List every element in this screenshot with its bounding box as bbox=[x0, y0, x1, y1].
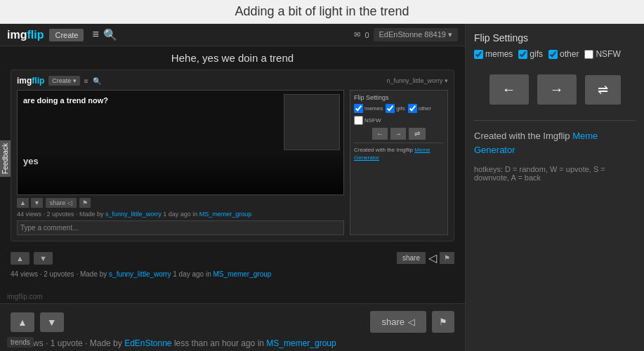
trends-tag[interactable]: trends bbox=[7, 337, 34, 347]
inner-vote-buttons: ▲ ▼ bbox=[17, 198, 43, 208]
share-triangle-icon: ◁ bbox=[408, 317, 415, 327]
post-actions-row: ▲ ▼ share ◁ ⚑ bbox=[11, 249, 454, 267]
notification-count: 0 bbox=[364, 31, 369, 39]
inner-user-info: n_funny_little_worry ▾ bbox=[386, 77, 448, 84]
page-title: Adding a bit of light in the trend bbox=[0, 0, 644, 24]
bottom-bar: ▲ ▼ share ◁ ⚑ 19 views · 1 upvote · Made… bbox=[0, 303, 465, 351]
share-area: share ◁ ⚑ bbox=[397, 251, 454, 265]
inner-flip-settings-title: Flip Settings bbox=[354, 94, 444, 101]
inner-shuffle-btn[interactable]: ⇌ bbox=[409, 128, 426, 140]
author-link[interactable]: s_funny_little_worry bbox=[109, 270, 171, 278]
inner-meme-image: are doing a trend now? yes bbox=[17, 90, 344, 195]
flip-cb-memes: memes bbox=[474, 49, 513, 59]
bottom-downvote-btn[interactable]: ▼ bbox=[40, 312, 64, 332]
inner-cb-other-input[interactable] bbox=[408, 104, 417, 113]
inner-upvote-btn[interactable]: ▲ bbox=[17, 198, 29, 208]
inner-screenshot-thumbnail bbox=[284, 94, 340, 150]
inner-author-link[interactable]: s_funny_little_worry bbox=[105, 211, 162, 218]
bottom-meta: 19 views · 1 upvote · Made by EdEnStonne… bbox=[11, 338, 454, 348]
flip-cb-nsfw: NSFW bbox=[584, 49, 620, 59]
inner-post-meta: 44 views · 2 upvotes · Made by s_funny_l… bbox=[17, 211, 344, 218]
inner-prev-btn[interactable]: ← bbox=[372, 128, 388, 140]
flip-checkboxes: memes gifs other NSFW bbox=[474, 49, 636, 59]
bottom-actions: ▲ ▼ share ◁ ⚑ bbox=[11, 311, 454, 333]
bottom-upvote-btn[interactable]: ▲ bbox=[11, 312, 34, 332]
feedback-tab[interactable]: Feedback bbox=[0, 140, 11, 177]
bottom-group-link[interactable]: MS_memer_group bbox=[266, 338, 336, 348]
flip-cb-other-input[interactable] bbox=[548, 50, 558, 59]
post-meta: 44 views · 2 upvotes · Made by s_funny_l… bbox=[11, 267, 454, 281]
flip-cb-other: other bbox=[548, 49, 579, 59]
inner-search-icon[interactable]: 🔍 bbox=[93, 77, 101, 85]
watermark: imgflip.com bbox=[7, 293, 43, 300]
nav-right: ✉ 0 EdEnStonne 88419 ▾ bbox=[354, 28, 458, 41]
inner-divider bbox=[354, 143, 444, 143]
inner-cb-nsfw-input[interactable] bbox=[354, 116, 363, 125]
flag-button[interactable]: ⚑ bbox=[440, 252, 454, 264]
nav-icons: ≡ 🔍 bbox=[92, 28, 117, 41]
inner-cb-gifs: gifs bbox=[386, 104, 405, 113]
inner-image-area: are doing a trend now? yes ▲ ▼ share ◁ ⚑ bbox=[17, 90, 344, 235]
flip-next-btn[interactable]: → bbox=[537, 74, 577, 105]
inner-next-btn[interactable]: → bbox=[390, 128, 406, 140]
inner-cb-gifs-input[interactable] bbox=[386, 104, 395, 113]
flip-cb-nsfw-input[interactable] bbox=[584, 50, 593, 59]
inner-menu-icon[interactable]: ≡ bbox=[84, 77, 88, 85]
inner-checkbox-row: memes gifs other bbox=[354, 104, 444, 125]
inner-post: imgflip Create ▾ ≡ 🔍 n_funny_little_worr… bbox=[11, 69, 454, 241]
inner-logo: imgflip bbox=[17, 76, 44, 86]
inner-cb-nsfw: NSFW bbox=[354, 116, 381, 125]
inner-flag-btn[interactable]: ⚑ bbox=[79, 198, 91, 208]
inner-post-actions: ▲ ▼ share ◁ ⚑ bbox=[17, 198, 344, 208]
flip-prev-btn[interactable]: ← bbox=[489, 74, 529, 105]
envelope-icon[interactable]: ✉ bbox=[354, 30, 360, 39]
flip-settings-title: Flip Settings bbox=[474, 32, 636, 44]
inner-flip-settings-panel: Flip Settings memes gifs bbox=[350, 90, 448, 235]
imgflip-logo: imgflip bbox=[7, 29, 44, 41]
inner-nav: imgflip Create ▾ ≡ 🔍 n_funny_little_worr… bbox=[17, 76, 448, 86]
share-button[interactable]: share bbox=[397, 252, 426, 264]
flip-cb-memes-input[interactable] bbox=[474, 50, 483, 59]
meme-title: Hehe, yes we doin a trend bbox=[0, 46, 465, 69]
inner-share-button[interactable]: share ◁ bbox=[46, 198, 77, 208]
flip-created-text: Created with the Imgflip Meme Generator bbox=[474, 129, 636, 157]
flip-cb-gifs: gifs bbox=[518, 49, 543, 59]
inner-meme-gen-text: Created with the Imgflip Meme Generator bbox=[354, 146, 444, 161]
flip-divider bbox=[474, 120, 636, 121]
inner-cb-other: other bbox=[408, 104, 431, 113]
dropdown-icon: ▾ bbox=[448, 30, 452, 39]
inner-cb-memes: memes bbox=[354, 104, 383, 113]
search-icon[interactable]: 🔍 bbox=[103, 28, 117, 41]
bottom-share-btn[interactable]: share ◁ bbox=[370, 311, 426, 333]
inner-arrow-buttons: ← → ⇌ bbox=[354, 128, 444, 140]
menu-icon[interactable]: ≡ bbox=[92, 28, 98, 41]
flip-navigation-buttons: ← → ⇌ bbox=[474, 67, 636, 112]
inner-dark-overlay bbox=[18, 152, 343, 194]
flip-hotkeys: hotkeys: D = random, W = upvote, S = dow… bbox=[474, 165, 636, 182]
content-area: imgflip Create ▾ ≡ 🔍 n_funny_little_worr… bbox=[0, 69, 465, 303]
inner-comment-input[interactable]: Type a comment... bbox=[17, 220, 344, 235]
flip-cb-gifs-input[interactable] bbox=[518, 50, 527, 59]
inner-group-link[interactable]: MS_memer_group bbox=[199, 211, 252, 218]
inner-content-area: are doing a trend now? yes ▲ ▼ share ◁ ⚑ bbox=[17, 90, 448, 235]
inner-cb-memes-input[interactable] bbox=[354, 104, 363, 113]
upvote-btn[interactable]: ▲ bbox=[11, 252, 29, 265]
inner-create-btn[interactable]: Create ▾ bbox=[48, 76, 80, 86]
flip-shuffle-btn[interactable]: ⇌ bbox=[585, 75, 621, 105]
group-link[interactable]: MS_memer_group bbox=[213, 270, 272, 278]
imgflip-navbar: imgflip Create ≡ 🔍 ✉ 0 EdEnStonne 88419 … bbox=[0, 24, 465, 46]
share-icon: ◁ bbox=[428, 251, 437, 265]
downvote-btn[interactable]: ▼ bbox=[34, 252, 53, 265]
bottom-author-link[interactable]: EdEnStonne bbox=[124, 338, 171, 348]
create-button[interactable]: Create bbox=[49, 29, 84, 41]
user-info[interactable]: EdEnStonne 88419 ▾ bbox=[374, 28, 459, 41]
inner-downvote-btn[interactable]: ▼ bbox=[31, 198, 43, 208]
bottom-flag-btn[interactable]: ⚑ bbox=[432, 311, 454, 333]
flip-settings-panel: Flip Settings memes gifs other NSFW bbox=[465, 24, 644, 351]
inner-meme-question: are doing a trend now? bbox=[23, 96, 108, 105]
